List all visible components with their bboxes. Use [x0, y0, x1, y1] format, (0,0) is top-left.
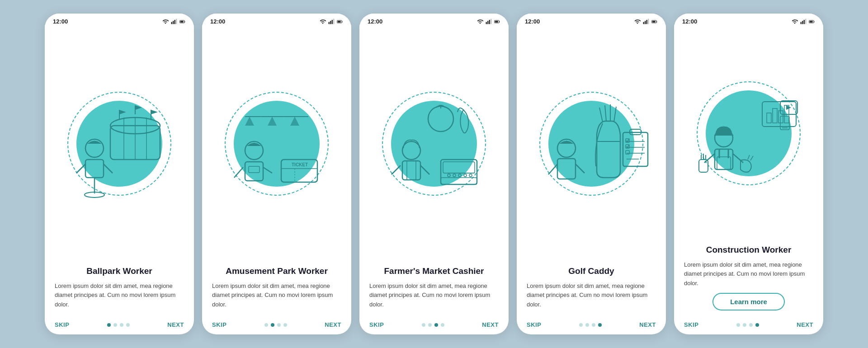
- dot-3-0: [422, 323, 425, 327]
- wifi-icon-3: [477, 19, 483, 25]
- svg-rect-77: [623, 132, 648, 166]
- svg-rect-114: [717, 157, 731, 169]
- golf-illustration: [533, 89, 650, 202]
- svg-line-76: [614, 107, 616, 122]
- svg-rect-57: [441, 160, 477, 184]
- illustration-area-2: TICKET: [202, 28, 351, 260]
- svg-rect-96: [804, 19, 805, 24]
- status-bar-4: 12:00: [517, 14, 666, 28]
- svg-point-65: [469, 174, 472, 177]
- ballpark-illustration: [61, 89, 178, 202]
- svg-rect-23: [329, 22, 330, 24]
- svg-rect-50: [495, 21, 498, 23]
- svg-rect-101: [767, 113, 771, 123]
- svg-rect-71: [652, 21, 656, 23]
- svg-rect-68: [646, 19, 647, 24]
- svg-rect-54: [402, 161, 420, 180]
- skip-btn-1[interactable]: SKIP: [55, 321, 69, 328]
- svg-rect-66: [643, 22, 644, 24]
- svg-rect-26: [333, 19, 334, 24]
- svg-rect-45: [486, 22, 487, 24]
- illustration-area-4: [517, 28, 666, 260]
- dot-5-0: [736, 323, 740, 327]
- status-icons-5: [792, 19, 815, 25]
- svg-rect-25: [332, 19, 333, 24]
- illustration-area-5: [674, 28, 823, 239]
- svg-rect-0: [171, 22, 172, 24]
- svg-line-74: [605, 105, 606, 121]
- learn-more-button[interactable]: Learn more: [712, 293, 785, 310]
- svg-line-39: [263, 167, 272, 173]
- dots-2: [264, 323, 287, 327]
- svg-marker-31: [256, 117, 265, 126]
- construction-illustration: [690, 79, 807, 192]
- svg-line-92: [548, 164, 557, 174]
- bottom-nav-4: SKIP NEXT: [517, 318, 666, 334]
- svg-point-62: [453, 174, 456, 177]
- card-title-3: Farmer's Market Cashier: [369, 266, 499, 277]
- svg-line-122: [750, 156, 753, 160]
- bottom-nav-5: SKIP NEXT: [674, 318, 823, 334]
- skip-btn-3[interactable]: SKIP: [369, 321, 384, 328]
- card-body-3: Lorem ipsum dolor sit dim amet, mea regi…: [369, 282, 499, 310]
- skip-btn-2[interactable]: SKIP: [212, 321, 226, 328]
- svg-point-63: [458, 174, 461, 177]
- card-title-1: Ballpark Worker: [55, 266, 184, 277]
- signal-icon-1: [171, 19, 177, 25]
- svg-rect-59: [441, 178, 477, 184]
- signal-icon-2: [328, 19, 335, 25]
- status-bar-5: 12:00: [674, 14, 823, 28]
- svg-rect-58: [443, 162, 475, 173]
- svg-rect-24: [330, 21, 331, 24]
- next-btn-4[interactable]: NEXT: [639, 321, 656, 328]
- svg-rect-94: [801, 22, 802, 24]
- svg-rect-69: [648, 19, 649, 24]
- dot-3-3: [441, 323, 444, 327]
- card-body-1: Lorem ipsum dolor sit dim amet, mea regi…: [55, 282, 184, 310]
- next-btn-2[interactable]: NEXT: [325, 321, 341, 328]
- wifi-icon-4: [634, 19, 641, 25]
- battery-icon-4: [651, 19, 658, 25]
- dot-2-3: [283, 323, 287, 327]
- svg-line-19: [76, 164, 85, 173]
- dot-4-1: [585, 323, 589, 327]
- svg-rect-111: [715, 149, 733, 169]
- svg-marker-12: [119, 110, 126, 114]
- card-body-4: Lorem ipsum dolor sit dim amet, mea regi…: [527, 282, 656, 310]
- next-btn-1[interactable]: NEXT: [167, 321, 184, 328]
- svg-rect-1: [173, 21, 174, 24]
- dots-4: [579, 323, 602, 327]
- status-time-3: 12:00: [368, 18, 382, 25]
- svg-point-53: [402, 141, 420, 160]
- svg-rect-37: [245, 162, 263, 181]
- phone-ballpark: 12:00: [45, 14, 194, 334]
- svg-rect-2: [175, 19, 175, 24]
- dot-4-2: [592, 323, 595, 327]
- svg-line-56: [420, 165, 429, 174]
- dots-5: [736, 323, 759, 327]
- svg-point-51: [428, 106, 453, 132]
- svg-rect-46: [487, 21, 488, 24]
- skip-btn-5[interactable]: SKIP: [684, 321, 698, 328]
- bottom-nav-1: SKIP NEXT: [45, 318, 194, 334]
- next-btn-5[interactable]: NEXT: [797, 321, 813, 328]
- svg-line-20: [104, 164, 113, 173]
- svg-rect-28: [338, 21, 341, 23]
- svg-rect-18: [85, 160, 104, 178]
- signal-icon-3: [486, 19, 492, 25]
- svg-marker-33: [279, 117, 288, 126]
- dot-2-1: [271, 323, 274, 327]
- battery-icon-2: [337, 19, 343, 25]
- svg-marker-16: [151, 110, 158, 114]
- card-title-4: Golf Caddy: [527, 266, 656, 277]
- illustration-area-3: [359, 28, 509, 260]
- dot-2-0: [264, 323, 268, 327]
- status-time-2: 12:00: [210, 18, 225, 25]
- svg-rect-67: [645, 21, 646, 24]
- battery-icon-5: [809, 19, 815, 25]
- next-btn-3[interactable]: NEXT: [482, 321, 499, 328]
- skip-btn-4[interactable]: SKIP: [527, 321, 541, 328]
- content-area-1: Ballpark Worker Lorem ipsum dolor sit di…: [45, 260, 194, 318]
- status-bar-2: 12:00: [202, 14, 351, 28]
- dot-1-1: [113, 323, 117, 327]
